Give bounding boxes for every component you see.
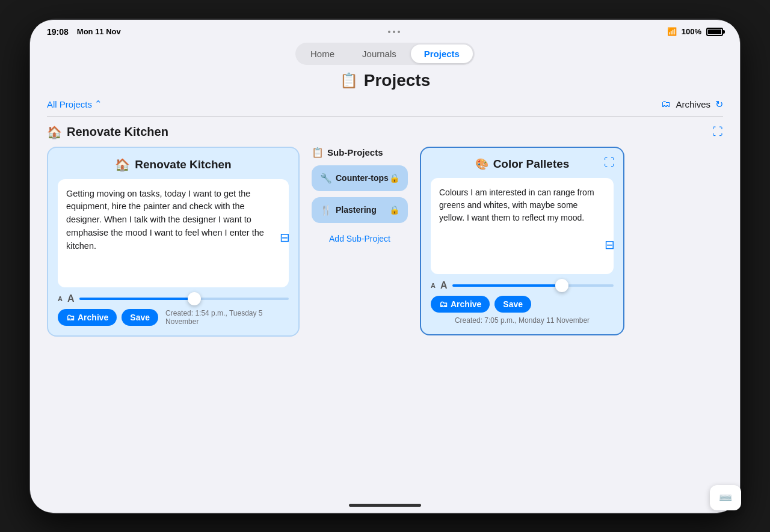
main-project-card: 🏠 Renovate Kitchen Getting moving on tas… [47, 147, 300, 337]
main-card-actions: 🗂 Archive Save Created: 1:54 p.m., Tuesd… [58, 309, 289, 326]
wifi-icon: 📶 [667, 27, 677, 36]
project-group-title: 🏠 Renovate Kitchen [47, 125, 168, 139]
color-save-button[interactable]: Save [494, 296, 531, 313]
dot3 [398, 31, 400, 33]
countertops-icon: 🔧 [320, 173, 332, 184]
main-card-menu-icon[interactable]: ⊟ [280, 231, 290, 244]
nav-tabs: Home Journals Projects [30, 43, 740, 65]
color-card-notes[interactable]: Colours I am interested in can range fro… [431, 178, 614, 274]
main-created-text: Created: 1:54 p.m., Tuesday 5 November [165, 309, 289, 326]
sub-project-item-countertops[interactable]: 🔧 Counter-tops 🔒 [312, 165, 408, 191]
color-font-large: A [440, 280, 448, 291]
main-content: 📋 Projects All Projects ⌃ 🗂 Archives ↻ [30, 71, 740, 510]
status-time: 19:08 [47, 27, 69, 37]
color-archive-button[interactable]: 🗂 Archive [431, 296, 490, 313]
page-title: Projects [364, 71, 431, 90]
archives-section: 🗂 Archives ↻ [661, 99, 723, 110]
font-large-label: A [67, 293, 75, 304]
expand-icon[interactable]: ⛶ [712, 126, 723, 138]
countertops-lock-icon: 🔒 [389, 173, 399, 183]
nav-tabs-inner: Home Journals Projects [295, 43, 475, 65]
home-indicator [349, 504, 421, 507]
font-size-row: A A [58, 293, 289, 304]
sub-projects-col: 📋 Sub-Projects 🔧 Counter-tops 🔒 [312, 147, 408, 248]
plastering-icon: 🍴 [320, 204, 332, 216]
color-archive-icon: 🗂 [439, 299, 448, 309]
color-font-small: A [431, 282, 436, 289]
main-save-button[interactable]: Save [122, 309, 158, 326]
group-title-text: Renovate Kitchen [67, 125, 168, 139]
archive-btn-icon: 🗂 [66, 313, 75, 322]
battery-percent: 100% [682, 27, 701, 36]
sub-projects-header: 📋 Sub-Projects [312, 147, 408, 158]
color-card-footer: A A 🗂 Archive [431, 280, 614, 325]
ipad-frame: 19:08 Mon 11 Nov 📶 100% Home Journals [30, 20, 740, 513]
color-card-actions: 🗂 Archive Save [431, 296, 614, 313]
tab-journals[interactable]: Journals [349, 44, 410, 63]
color-font-size-row: A A [431, 280, 614, 291]
archives-label: Archives [676, 99, 710, 109]
status-bar: 19:08 Mon 11 Nov 📶 100% [30, 20, 740, 39]
add-sub-project-button[interactable]: Add Sub-Project [312, 229, 408, 248]
archives-icon: 🗂 [661, 99, 671, 109]
status-right: 📶 100% [667, 27, 723, 36]
countertops-label: Counter-tops [336, 173, 389, 183]
chevron-icon: ⌃ [94, 99, 102, 109]
tab-projects[interactable]: Projects [411, 44, 473, 63]
main-card-title: Renovate Kitchen [135, 158, 231, 171]
refresh-icon[interactable]: ↻ [715, 99, 723, 110]
main-card-header: 🏠 Renovate Kitchen [58, 157, 289, 172]
palette-icon: 🎨 [475, 157, 488, 171]
color-card-menu-icon[interactable]: ⊟ [605, 238, 615, 251]
dot1 [388, 31, 390, 33]
color-card-header: 🎨 Color Palletes [431, 157, 614, 171]
main-archive-button[interactable]: 🗂 Archive [58, 309, 117, 326]
keyboard-button[interactable]: ⌨️ [710, 485, 740, 510]
status-center [388, 31, 400, 33]
color-created-text: Created: 7:05 p.m., Monday 11 November [431, 316, 614, 325]
all-projects-label: All Projects [47, 99, 92, 109]
font-size-slider[interactable] [79, 298, 289, 300]
color-card-title: Color Palletes [493, 157, 570, 171]
project-group-header: 🏠 Renovate Kitchen ⛶ [47, 125, 723, 139]
main-card-footer: A A 🗂 Archive [58, 293, 289, 326]
plastering-label: Plastering [336, 205, 377, 215]
plastering-lock-icon: 🔒 [389, 205, 399, 215]
page-header: 📋 Projects [47, 71, 723, 90]
keyboard-icon: ⌨️ [719, 491, 732, 504]
projects-toolbar: All Projects ⌃ 🗂 Archives ↻ [47, 99, 723, 117]
sub-project-item-plastering[interactable]: 🍴 Plastering 🔒 [312, 197, 408, 223]
main-card-notes[interactable]: Getting moving on tasks, today I want to… [58, 179, 289, 287]
color-card-expand-icon[interactable]: ⛶ [604, 156, 615, 169]
card-house-icon: 🏠 [115, 157, 130, 172]
house-icon: 🏠 [47, 125, 62, 139]
project-group: 🏠 Renovate Kitchen ⛶ 🏠 Renovate Kitchen [47, 125, 723, 337]
clipboard-icon: 📋 [340, 72, 358, 89]
cards-row: 🏠 Renovate Kitchen Getting moving on tas… [47, 147, 723, 337]
tab-home[interactable]: Home [297, 44, 348, 63]
font-small-label: A [58, 295, 63, 302]
subproject-header-icon: 📋 [312, 147, 324, 158]
battery-icon [706, 28, 723, 36]
status-date: Mon 11 Nov [77, 27, 121, 36]
color-card: 🎨 Color Palletes ⛶ Colours I am interest… [420, 147, 624, 335]
color-font-size-slider[interactable] [452, 284, 614, 287]
ipad-screen: 19:08 Mon 11 Nov 📶 100% Home Journals [30, 20, 740, 513]
dot2 [393, 31, 395, 33]
all-projects-button[interactable]: All Projects ⌃ [47, 99, 102, 109]
